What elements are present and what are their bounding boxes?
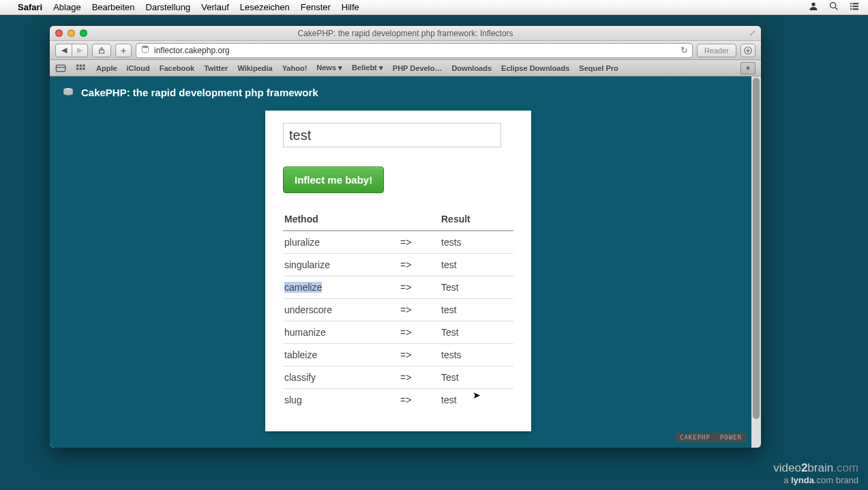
table-row: humanize=>Test xyxy=(283,321,513,344)
table-row: underscore=>test xyxy=(283,299,513,321)
svg-rect-12 xyxy=(56,65,65,71)
bookmark-apple[interactable]: Apple xyxy=(96,64,117,72)
app-name[interactable]: Safari xyxy=(18,2,42,12)
new-tab-button[interactable]: + xyxy=(740,62,755,74)
menu-bookmarks[interactable]: Lesezeichen xyxy=(240,2,290,12)
svg-point-1 xyxy=(830,3,836,8)
menu-file[interactable]: Ablage xyxy=(53,2,80,12)
url-text: inflector.cakephp.org xyxy=(154,46,230,55)
table-row: camelize=>Test xyxy=(283,276,513,299)
toolbar: ◀ ▶ + inflector.cakephp.org ↻ Reader xyxy=(50,41,761,60)
inflect-button[interactable]: Inflect me baby! xyxy=(283,167,384,193)
bookmark-icloud[interactable]: iCloud xyxy=(127,64,150,72)
safari-window: CakePHP: the rapid development php frame… xyxy=(50,26,761,448)
reload-button[interactable]: ↻ xyxy=(680,45,688,55)
window-title: CakePHP: the rapid development php frame… xyxy=(50,29,761,38)
table-row: singularize=>test xyxy=(283,254,513,276)
maximize-button[interactable] xyxy=(80,29,87,37)
table-row: classify=>Test xyxy=(283,366,513,389)
bookmark-news[interactable]: News ▾ xyxy=(316,63,342,72)
user-icon[interactable] xyxy=(808,1,819,14)
titlebar: CakePHP: the rapid development php frame… xyxy=(50,26,761,41)
fullscreen-icon[interactable]: ⤢ xyxy=(749,29,755,38)
menu-edit[interactable]: Bearbeiten xyxy=(92,2,135,12)
bookmarks-bar: Apple iCloud Facebook Twitter Wikipedia … xyxy=(50,60,761,76)
svg-rect-17 xyxy=(76,68,78,70)
page-heading: CakePHP: the rapid development php frame… xyxy=(81,87,318,98)
svg-rect-6 xyxy=(852,5,858,7)
cakephp-badge: CAKEPHPPOWER xyxy=(676,433,746,442)
scrollbar[interactable] xyxy=(751,76,761,448)
add-button[interactable]: + xyxy=(115,44,132,57)
svg-rect-15 xyxy=(80,64,82,66)
minimize-button[interactable] xyxy=(68,29,75,37)
watermark: video2brain.com a lynda.com brand xyxy=(773,461,858,486)
table-row: slug=>test xyxy=(283,389,513,412)
page-content: CakePHP: the rapid development php frame… xyxy=(50,76,761,448)
inflector-card: Inflect me baby! Method Result pluralize… xyxy=(265,111,531,431)
svg-rect-8 xyxy=(852,8,858,10)
svg-rect-14 xyxy=(76,64,78,66)
svg-rect-18 xyxy=(80,68,82,70)
bookmark-facebook[interactable]: Facebook xyxy=(160,64,194,72)
topsites-icon[interactable] xyxy=(76,63,87,73)
forward-button[interactable]: ▶ xyxy=(72,44,88,57)
macos-menubar: Safari Ablage Bearbeiten Darstellung Ver… xyxy=(0,0,868,15)
menu-window[interactable]: Fenster xyxy=(301,2,331,12)
menu-help[interactable]: Hilfe xyxy=(342,2,359,12)
col-arrow xyxy=(399,208,440,231)
back-button[interactable]: ◀ xyxy=(55,44,72,57)
bookmark-downloads[interactable]: Downloads xyxy=(451,64,492,72)
menu-history[interactable]: Verlauf xyxy=(201,2,228,12)
close-button[interactable] xyxy=(55,29,63,37)
table-row: pluralize=>tests xyxy=(283,231,513,254)
svg-rect-19 xyxy=(83,68,85,70)
menu-view[interactable]: Darstellung xyxy=(146,2,191,12)
inflector-input[interactable] xyxy=(283,123,501,147)
bookmark-yahoo[interactable]: Yahoo! xyxy=(282,64,308,72)
bookmark-sequelpro[interactable]: Sequel Pro xyxy=(579,64,618,72)
bookmark-twitter[interactable]: Twitter xyxy=(204,64,228,72)
table-row: tableize=>tests xyxy=(283,344,513,366)
bookmark-beliebt[interactable]: Beliebt ▾ xyxy=(352,63,383,72)
list-icon[interactable] xyxy=(849,1,860,14)
svg-point-0 xyxy=(811,3,815,6)
svg-point-10 xyxy=(142,46,148,48)
col-method: Method xyxy=(283,208,399,231)
reader-button[interactable]: Reader xyxy=(697,44,736,57)
bookmark-wikipedia[interactable]: Wikipedia xyxy=(237,64,272,72)
svg-rect-4 xyxy=(852,3,858,4)
svg-rect-7 xyxy=(850,8,852,10)
svg-rect-16 xyxy=(83,64,85,66)
svg-line-2 xyxy=(835,8,837,10)
bookmark-php[interactable]: PHP Develo… xyxy=(393,64,443,72)
bookmark-eclipse[interactable]: Eclipse Downloads xyxy=(501,64,569,72)
share-button[interactable] xyxy=(92,44,111,57)
address-bar[interactable]: inflector.cakephp.org ↻ xyxy=(136,43,693,58)
search-icon[interactable] xyxy=(828,1,839,14)
cake-icon xyxy=(62,86,74,98)
svg-rect-3 xyxy=(850,3,852,4)
svg-rect-5 xyxy=(850,5,852,7)
col-result: Result xyxy=(440,208,513,231)
site-icon xyxy=(140,44,150,56)
result-table: Method Result pluralize=>testssingulariz… xyxy=(283,208,513,411)
bookmarks-icon[interactable] xyxy=(55,63,66,73)
downloads-button[interactable] xyxy=(740,44,755,57)
